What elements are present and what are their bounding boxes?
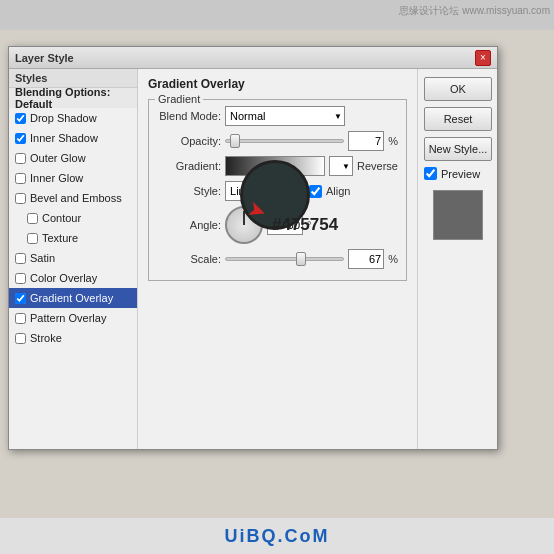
right-panel: OK Reset New Style... Preview (417, 69, 497, 449)
gradient-dropdown[interactable]: ▼ (329, 156, 353, 176)
checkbox-bevel-emboss[interactable] (15, 193, 26, 204)
gradient-overlay-title: Gradient Overlay (148, 77, 407, 91)
align-label: Align (326, 185, 350, 197)
checkbox-gradient-overlay[interactable] (15, 293, 26, 304)
blend-mode-control: Normal ▼ (225, 106, 398, 126)
blend-mode-arrow-icon: ▼ (334, 112, 342, 121)
reverse-label: Reverse (357, 160, 398, 172)
style-item-label-bevel-emboss: Bevel and Emboss (30, 192, 122, 204)
preview-label: Preview (441, 168, 480, 180)
gradient-label: Gradient: (157, 160, 221, 172)
preview-row: Preview (424, 167, 491, 180)
watermark: 思缘设计论坛 www.missyuan.com (399, 4, 550, 18)
sidebar-item-inner-shadow[interactable]: Inner Shadow (9, 128, 137, 148)
style-item-label-color-overlay: Color Overlay (30, 272, 97, 284)
scale-slider-thumb[interactable] (296, 252, 306, 266)
scale-control: 67 % (225, 249, 398, 269)
opacity-slider-track (225, 139, 344, 143)
checkbox-texture[interactable] (27, 233, 38, 244)
style-item-label-pattern-overlay: Pattern Overlay (30, 312, 106, 324)
blend-mode-value: Normal (230, 110, 265, 122)
preview-box (433, 190, 483, 240)
angle-label: Angle: (157, 219, 221, 231)
scale-pct: % (388, 253, 398, 265)
sidebar-item-texture[interactable]: Texture (9, 228, 137, 248)
outer-area: Outer Cow Layer Style × Styles Blending … (0, 30, 554, 518)
sidebar-item-drop-shadow[interactable]: Drop Shadow (9, 108, 137, 128)
blend-mode-select[interactable]: Normal ▼ (225, 106, 345, 126)
dialog-body: Styles Blending Options: DefaultDrop Sha… (9, 69, 497, 449)
opacity-control: 7 % (225, 131, 398, 151)
checkbox-pattern-overlay[interactable] (15, 313, 26, 324)
style-item-label-inner-shadow: Inner Shadow (30, 132, 98, 144)
checkbox-satin[interactable] (15, 253, 26, 264)
dialog-title: Layer Style (15, 52, 74, 64)
middle-panel: Gradient Overlay Gradient Blend Mode: No… (138, 69, 417, 449)
sidebar-item-color-overlay[interactable]: Color Overlay (9, 268, 137, 288)
bottom-bar: UiBQ.CoM (0, 518, 554, 554)
opacity-pct: % (388, 135, 398, 147)
style-item-label-stroke: Stroke (30, 332, 62, 344)
opacity-label: Opacity: (157, 135, 221, 147)
ok-button[interactable]: OK (424, 77, 492, 101)
dialog-titlebar: Layer Style × (9, 47, 497, 69)
reset-button[interactable]: Reset (424, 107, 492, 131)
opacity-slider-thumb[interactable] (230, 134, 240, 148)
new-style-button[interactable]: New Style... (424, 137, 492, 161)
sidebar-item-gradient-overlay[interactable]: Gradient Overlay (9, 288, 137, 308)
preview-checkbox[interactable] (424, 167, 437, 180)
bottom-bar-text: UiBQ.CoM (225, 526, 330, 547)
checkbox-stroke[interactable] (15, 333, 26, 344)
style-item-label-texture: Texture (42, 232, 78, 244)
left-panel: Styles Blending Options: DefaultDrop Sha… (9, 69, 138, 449)
sidebar-item-satin[interactable]: Satin (9, 248, 137, 268)
checkbox-outer-glow[interactable] (15, 153, 26, 164)
checkbox-drop-shadow[interactable] (15, 113, 26, 124)
color-hex-label: #475754 (272, 215, 338, 235)
scale-input[interactable]: 67 (348, 249, 384, 269)
checkbox-inner-shadow[interactable] (15, 133, 26, 144)
style-item-label-gradient-overlay: Gradient Overlay (30, 292, 113, 304)
opacity-input[interactable]: 7 (348, 131, 384, 151)
dialog-close-button[interactable]: × (475, 50, 491, 66)
align-checkbox[interactable] (309, 185, 322, 198)
scale-slider-container[interactable] (225, 252, 344, 266)
opacity-row: Opacity: 7 % (157, 131, 398, 151)
opacity-slider-container[interactable] (225, 134, 344, 148)
gradient-group-title: Gradient (155, 93, 203, 105)
sidebar-item-outer-glow[interactable]: Outer Glow (9, 148, 137, 168)
sidebar-item-pattern-overlay[interactable]: Pattern Overlay (9, 308, 137, 328)
style-item-label-drop-shadow: Drop Shadow (30, 112, 97, 124)
sidebar-item-bevel-emboss[interactable]: Bevel and Emboss (9, 188, 137, 208)
style-item-label-contour: Contour (42, 212, 81, 224)
checkbox-color-overlay[interactable] (15, 273, 26, 284)
scale-row: Scale: 67 % (157, 249, 398, 269)
sidebar-item-inner-glow[interactable]: Inner Glow (9, 168, 137, 188)
styles-list: Blending Options: DefaultDrop ShadowInne… (9, 88, 137, 348)
style-label: Style: (157, 185, 221, 197)
gradient-arrow-icon: ▼ (342, 162, 350, 171)
checkbox-contour[interactable] (27, 213, 38, 224)
blend-mode-row: Blend Mode: Normal ▼ (157, 106, 398, 126)
style-item-label-satin: Satin (30, 252, 55, 264)
checkbox-inner-glow[interactable] (15, 173, 26, 184)
scale-slider-track (225, 257, 344, 261)
blend-mode-label: Blend Mode: (157, 110, 221, 122)
scale-label: Scale: (157, 253, 221, 265)
sidebar-item-contour[interactable]: Contour (9, 208, 137, 228)
layer-style-dialog: Layer Style × Styles Blending Options: D… (8, 46, 498, 450)
style-item-label-outer-glow: Outer Glow (30, 152, 86, 164)
sidebar-item-blending-options[interactable]: Blending Options: Default (9, 88, 137, 108)
style-item-label-inner-glow: Inner Glow (30, 172, 83, 184)
sidebar-item-stroke[interactable]: Stroke (9, 328, 137, 348)
